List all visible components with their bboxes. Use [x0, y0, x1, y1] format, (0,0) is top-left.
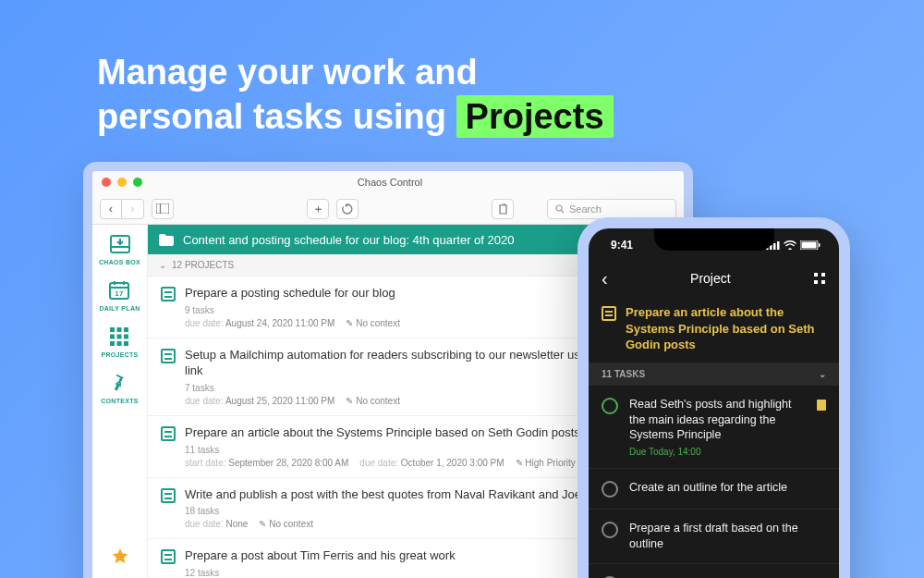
- calendar-icon: 17: [107, 278, 131, 302]
- inbox-icon: [108, 232, 132, 256]
- svg-rect-19: [117, 341, 122, 346]
- svg-rect-0: [156, 203, 169, 214]
- screen-title: Project: [690, 271, 731, 286]
- grid-icon: [107, 325, 131, 349]
- titlebar: Chaos Control: [92, 171, 684, 193]
- svg-rect-27: [819, 243, 821, 247]
- sidebar-item-projects[interactable]: PROJECTS: [101, 325, 138, 358]
- wifi-icon: [784, 240, 796, 250]
- task-item[interactable]: Prepare a first draft based on the outli…: [589, 510, 839, 564]
- banner-title: Content and posting schedule for our blo…: [183, 233, 514, 247]
- task-item[interactable]: Read Seth's posts and highlight the main…: [589, 386, 839, 470]
- window-title: Chaos Control: [105, 177, 675, 188]
- context-tag: ✎ High Priority: [516, 458, 576, 468]
- search-input[interactable]: Search: [547, 199, 676, 219]
- phone-nav-header: ‹ Project: [589, 262, 839, 295]
- svg-rect-14: [124, 327, 128, 332]
- projects-count: 12 PROJECTS: [172, 260, 234, 270]
- star-icon: [108, 545, 132, 569]
- nav-group: ‹ ›: [100, 199, 144, 219]
- sidebar-item-label: CHAOS BOX: [99, 259, 140, 265]
- svg-rect-18: [110, 341, 115, 346]
- svg-rect-17: [124, 335, 128, 339]
- context-tag: ✎ No context: [346, 318, 400, 328]
- project-icon: [161, 287, 176, 301]
- project-icon: [161, 488, 176, 503]
- headline-highlight: Projects: [456, 95, 614, 138]
- sidebar-item-label: DAILY PLAN: [99, 305, 140, 312]
- task-checkbox[interactable]: [602, 522, 618, 538]
- svg-rect-26: [802, 242, 817, 249]
- folder-icon: [159, 234, 174, 246]
- status-time: 9:41: [611, 239, 633, 252]
- project-title: Prepare an article about the Systems Pri…: [626, 304, 826, 353]
- task-title: Create an outline for the article: [629, 480, 826, 496]
- svg-point-2: [556, 205, 562, 211]
- forward-button[interactable]: ›: [122, 199, 144, 219]
- project-icon: [161, 426, 176, 441]
- phone-notch: [654, 228, 774, 251]
- sidebar-item-favorites[interactable]: [108, 545, 132, 569]
- sidebar-item-contexts[interactable]: CONTEXTS: [101, 371, 139, 404]
- tasks-count-header[interactable]: 11 TASKS ⌄: [589, 363, 839, 386]
- sidebar-toggle-button[interactable]: [152, 199, 174, 219]
- tasks-count: 11 TASKS: [602, 369, 645, 379]
- mobile-app-screen: 9:41 ‹ Project Prepare an article about …: [578, 217, 850, 578]
- sync-button[interactable]: [336, 199, 359, 219]
- battery-icon: [800, 240, 821, 250]
- svg-rect-20: [124, 341, 128, 346]
- task-item[interactable]: Work through the first draft and make fi…: [589, 564, 839, 578]
- back-button[interactable]: ‹: [602, 268, 608, 289]
- search-placeholder: Search: [569, 203, 602, 215]
- project-icon: [161, 549, 176, 564]
- svg-rect-30: [814, 280, 818, 284]
- project-icon: [161, 349, 176, 363]
- status-icons: [766, 240, 821, 250]
- context-tag: ✎ No context: [346, 396, 400, 406]
- task-title: Read Seth's posts and highlight the main…: [629, 397, 806, 444]
- svg-rect-13: [117, 327, 122, 332]
- svg-rect-12: [110, 327, 115, 332]
- svg-rect-28: [814, 273, 818, 277]
- add-button[interactable]: ＋: [307, 199, 329, 219]
- context-tag: ✎ No context: [259, 519, 313, 529]
- marketing-headline: Manage your work and personal tasks usin…: [97, 51, 614, 139]
- chevron-down-icon: ⌄: [819, 369, 826, 379]
- menu-button[interactable]: [813, 272, 826, 285]
- note-icon: [817, 400, 826, 411]
- svg-rect-29: [821, 273, 825, 277]
- svg-line-3: [562, 210, 565, 213]
- pin-icon: [107, 371, 131, 395]
- task-checkbox[interactable]: [602, 481, 618, 498]
- sidebar-item-label: CONTEXTS: [101, 398, 139, 404]
- headline-line1: Manage your work and: [97, 51, 614, 95]
- svg-rect-31: [821, 280, 825, 284]
- sidebar: CHAOS BOX 17 DAILY PLAN PROJECTS CONTEXT…: [92, 225, 148, 578]
- sidebar-item-label: PROJECTS: [101, 351, 138, 358]
- task-checkbox[interactable]: [602, 398, 618, 414]
- svg-rect-16: [117, 335, 122, 339]
- task-due: Due Today, 14:00: [629, 447, 806, 457]
- svg-rect-22: [770, 245, 772, 250]
- svg-text:17: 17: [116, 289, 125, 298]
- project-icon: [602, 306, 616, 321]
- svg-rect-15: [110, 335, 115, 339]
- search-icon: [555, 204, 565, 214]
- trash-button[interactable]: [492, 199, 514, 219]
- svg-rect-24: [777, 241, 780, 250]
- headline-line2: personal tasks using Projects: [97, 95, 614, 140]
- task-item[interactable]: Create an outline for the article: [589, 469, 839, 510]
- project-title-row[interactable]: Prepare an article about the Systems Pri…: [589, 295, 839, 363]
- svg-rect-23: [773, 243, 776, 250]
- back-button[interactable]: ‹: [100, 199, 122, 219]
- task-title: Prepare a first draft based on the outli…: [629, 521, 826, 552]
- chevron-down-icon: ⌄: [159, 260, 166, 270]
- sidebar-item-chaosbox[interactable]: CHAOS BOX: [99, 232, 140, 265]
- sidebar-item-dailyplan[interactable]: 17 DAILY PLAN: [99, 278, 140, 312]
